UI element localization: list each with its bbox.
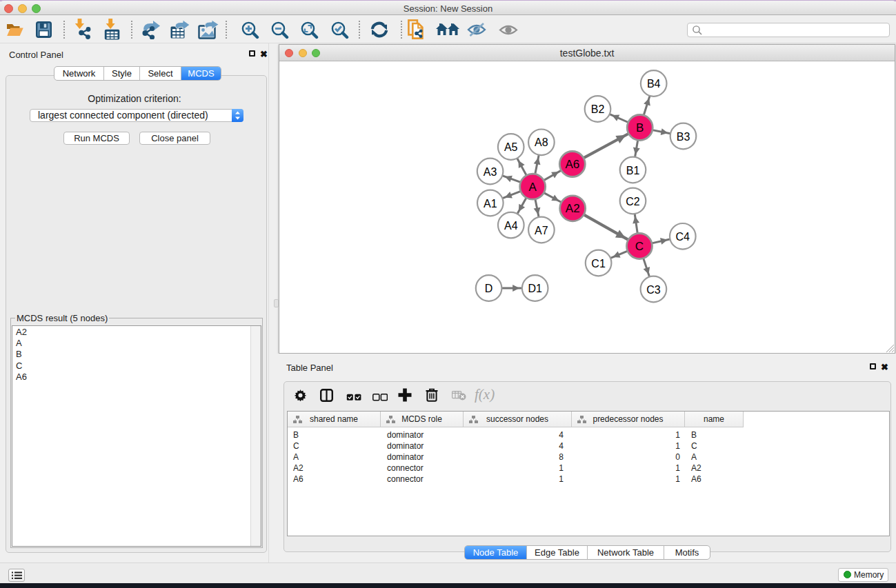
svg-text:D1: D1 [528, 283, 542, 294]
svg-text:A8: A8 [535, 136, 548, 148]
svg-text:D: D [485, 283, 493, 294]
svg-text:C3: C3 [646, 284, 661, 296]
svg-text:B3: B3 [677, 131, 690, 143]
svg-text:A6: A6 [565, 158, 579, 171]
svg-text:C2: C2 [626, 196, 640, 207]
svg-text:A3: A3 [484, 166, 497, 178]
svg-text:A4: A4 [504, 220, 518, 232]
svg-text:A5: A5 [504, 141, 518, 153]
svg-text:A: A [529, 181, 537, 194]
svg-text:B2: B2 [591, 103, 605, 115]
svg-text:B4: B4 [647, 78, 661, 90]
svg-text:A1: A1 [484, 198, 497, 210]
svg-text:B: B [636, 121, 644, 134]
svg-text:C1: C1 [591, 258, 606, 270]
svg-text:A7: A7 [535, 225, 548, 236]
svg-text:A2: A2 [566, 202, 580, 215]
svg-text:B1: B1 [626, 165, 640, 176]
svg-text:C4: C4 [676, 231, 690, 243]
svg-text:C: C [635, 240, 644, 253]
